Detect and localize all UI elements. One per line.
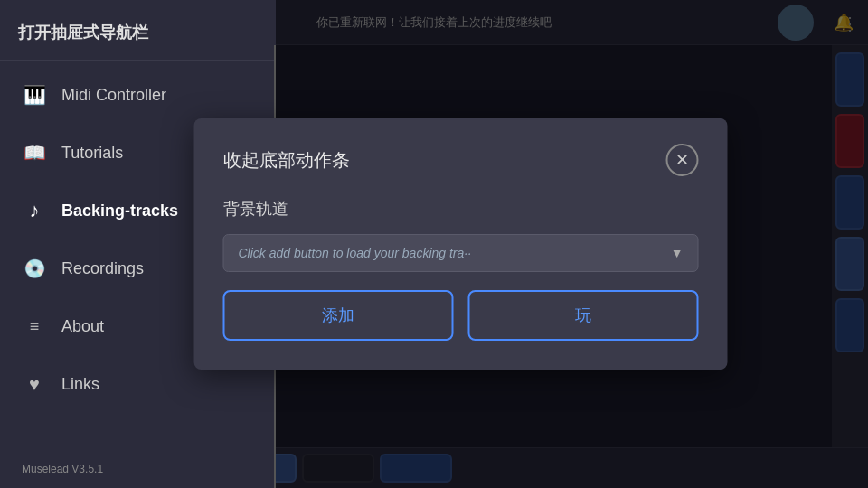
dropdown-placeholder-text: Click add button to load your backing tr… bbox=[239, 246, 472, 260]
modal-action-buttons: 添加 玩 bbox=[223, 290, 699, 341]
sidebar-item-midi-controller[interactable]: 🎹 Midi Controller bbox=[0, 66, 276, 124]
backing-tracks-icon: ♪ bbox=[22, 198, 47, 223]
sidebar-item-label-recordings: Recordings bbox=[61, 259, 144, 278]
chevron-down-icon: ▼ bbox=[671, 246, 684, 260]
modal-title: 收起底部动作条 bbox=[223, 148, 350, 173]
add-button[interactable]: 添加 bbox=[223, 290, 454, 341]
section-title: 背景轨道 bbox=[223, 198, 699, 220]
modal-header: 收起底部动作条 ✕ bbox=[223, 144, 699, 176]
sidebar-item-label-about: About bbox=[61, 317, 104, 336]
close-icon: ✕ bbox=[675, 150, 689, 170]
version-text: Muselead V3.5.1 bbox=[0, 450, 276, 488]
modal-dialog: 收起底部动作条 ✕ 背景轨道 Click add button to load … bbox=[194, 118, 728, 370]
about-icon: ≡ bbox=[22, 314, 47, 339]
sidebar-header: 打开抽屉式导航栏 bbox=[0, 9, 276, 61]
recordings-icon: 💿 bbox=[22, 256, 47, 281]
modal-close-button[interactable]: ✕ bbox=[666, 144, 699, 176]
backing-track-dropdown[interactable]: Click add button to load your backing tr… bbox=[223, 234, 699, 272]
tutorials-icon: 📖 bbox=[22, 140, 47, 165]
sidebar-item-label-backing: Backing-tracks bbox=[61, 202, 178, 221]
sidebar-item-label-links: Links bbox=[61, 375, 99, 394]
play-button[interactable]: 玩 bbox=[468, 290, 699, 341]
midi-controller-icon: 🎹 bbox=[22, 82, 47, 108]
sidebar-item-label-midi: Midi Controller bbox=[61, 86, 166, 105]
sidebar-item-label-tutorials: Tutorials bbox=[61, 144, 123, 163]
links-icon: ♥ bbox=[22, 371, 47, 397]
